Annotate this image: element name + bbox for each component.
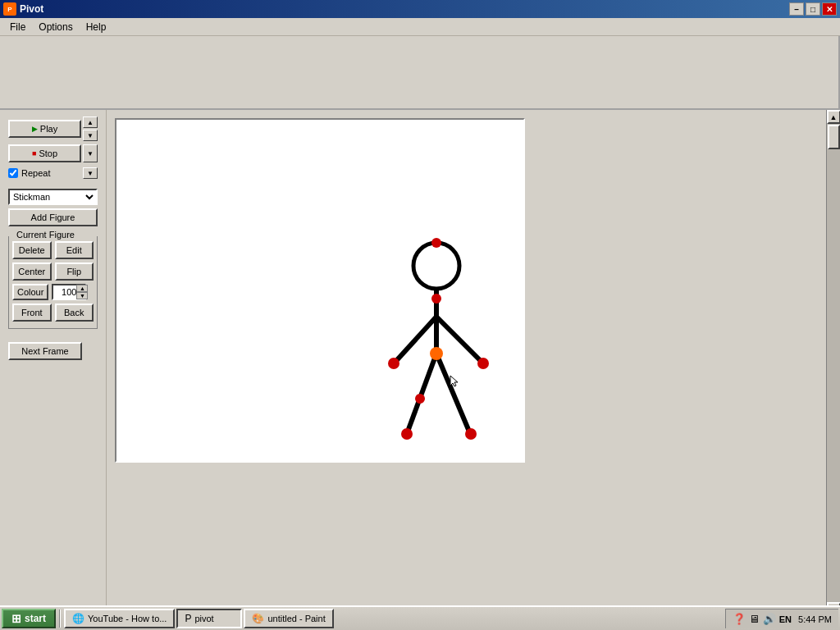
svg-point-8: [430, 347, 443, 360]
stop-button[interactable]: ■ Stop: [8, 144, 81, 162]
svg-line-3: [436, 317, 482, 362]
stop-row: ■ Stop ▼: [8, 144, 98, 162]
windows-logo: ⊞: [11, 612, 21, 625]
scrollbar-thumb[interactable]: [828, 125, 840, 149]
minimize-button[interactable]: –: [789, 2, 804, 16]
center-flip-row: Center Flip: [12, 262, 94, 281]
left-panel: ▶ Play ▲ ▼ ■ Stop ▼: [0, 110, 107, 630]
pivot-label: pivot: [194, 614, 213, 623]
timeline-panel: [0, 36, 840, 110]
title-bar-left: P Pivot: [3, 2, 43, 16]
colour-number[interactable]: [53, 287, 76, 297]
svg-point-7: [431, 294, 441, 304]
ie-icon: 🌐: [72, 613, 84, 624]
repeat-checkbox[interactable]: [8, 168, 18, 178]
cursor: [449, 374, 459, 387]
title-text: Pivot: [20, 3, 43, 15]
canvas-area: [107, 110, 826, 616]
colour-spinners: ▲ ▼: [76, 285, 88, 299]
svg-point-13: [415, 394, 425, 404]
title-bar: P Pivot – □ ✕: [0, 0, 840, 18]
scroll-down-btn[interactable]: ▼: [83, 130, 98, 141]
delete-button[interactable]: Delete: [12, 241, 52, 259]
svg-point-9: [388, 358, 399, 369]
paint-icon: 🎨: [252, 613, 264, 624]
start-label: start: [25, 613, 46, 624]
edit-button[interactable]: Edit: [55, 241, 94, 259]
menu-help[interactable]: Help: [80, 20, 113, 34]
svg-point-6: [431, 238, 441, 248]
paint-label: untitled - Paint: [267, 614, 325, 623]
scrollbar-track[interactable]: [827, 124, 841, 602]
play-scroll: ▲ ▼: [83, 116, 98, 141]
repeat-scroll[interactable]: ▼: [83, 167, 98, 179]
svg-point-12: [465, 428, 477, 440]
taskbar-paint[interactable]: 🎨 untitled - Paint: [244, 609, 333, 628]
start-button[interactable]: ⊞ start: [2, 609, 56, 628]
drawing-canvas[interactable]: [115, 118, 525, 463]
youtube-label: YouTube - How to...: [88, 614, 167, 623]
flip-button[interactable]: Flip: [55, 262, 94, 281]
taskbar-pivot[interactable]: P pivot: [176, 609, 242, 628]
question-icon: ❓: [733, 613, 746, 625]
repeat-row: Repeat ▼: [8, 167, 98, 179]
stop-scroll[interactable]: ▼: [83, 144, 98, 162]
menu-bar: File Options Help: [0, 18, 840, 36]
next-frame-button[interactable]: Next Frame: [8, 342, 82, 360]
add-figure-button[interactable]: Add Figure: [8, 208, 98, 226]
svg-point-10: [477, 358, 489, 369]
play-stop-row: ▶ Play ▲ ▼: [8, 116, 98, 141]
scroll-up-button[interactable]: ▲: [827, 110, 841, 124]
figure-dropdown[interactable]: Stickman: [8, 189, 98, 205]
volume-icon: 🔊: [763, 613, 776, 625]
stickman-svg: [116, 120, 525, 463]
taskbar: ⊞ start 🌐 YouTube - How to... P pivot 🎨 …: [0, 605, 840, 630]
figure-select-row: Stickman: [8, 189, 98, 205]
front-back-row: Front Back: [12, 304, 94, 322]
taskbar-tray: ❓ 🖥 🔊 EN 5:44 PM: [725, 609, 838, 628]
content-area: ▶ Play ▲ ▼ ■ Stop ▼: [0, 110, 840, 630]
menu-options[interactable]: Options: [32, 20, 79, 34]
lang-icon: EN: [779, 614, 792, 624]
close-button[interactable]: ✕: [822, 2, 837, 16]
application-window: P Pivot – □ ✕ File Options Help ▶ Play: [0, 0, 840, 630]
colour-spin-down[interactable]: ▼: [76, 292, 88, 299]
menu-file[interactable]: File: [3, 20, 32, 34]
colour-value-input[interactable]: ▲ ▼: [52, 284, 86, 300]
right-scrollbar: ▲ ▼: [826, 110, 840, 616]
delete-edit-row: Delete Edit: [12, 241, 94, 259]
window-body: ▶ Play ▲ ▼ ■ Stop ▼: [0, 36, 840, 630]
network-icon: 🖥: [749, 613, 760, 625]
scroll-up-btn[interactable]: ▲: [83, 116, 98, 128]
svg-point-0: [413, 243, 459, 289]
app-icon: P: [3, 2, 16, 16]
svg-line-4: [408, 354, 436, 431]
svg-point-11: [401, 428, 413, 440]
center-button[interactable]: Center: [12, 262, 52, 281]
play-icon: ▶: [32, 125, 38, 133]
maximize-button[interactable]: □: [806, 2, 820, 16]
taskbar-separator: [59, 609, 61, 628]
front-button[interactable]: Front: [12, 304, 52, 322]
stop-icon: ■: [32, 149, 36, 158]
colour-spin-up[interactable]: ▲: [76, 285, 88, 292]
cursor-svg: [449, 374, 459, 387]
canvas-and-scrollbar: ▲ ▼: [107, 110, 840, 616]
colour-button[interactable]: Colour: [12, 284, 48, 300]
back-button[interactable]: Back: [55, 304, 94, 322]
colour-row: Colour ▲ ▼: [12, 284, 94, 300]
current-figure-group: Current Figure Delete Edit Center: [8, 236, 98, 329]
pivot-icon: P: [185, 613, 191, 624]
play-button[interactable]: ▶ Play: [8, 120, 81, 138]
center-and-right: ▲ ▼ ◄ ►: [107, 110, 840, 630]
clock: 5:44 PM: [798, 614, 832, 624]
taskbar-youtube[interactable]: 🌐 YouTube - How to...: [64, 609, 175, 628]
current-figure-label: Current Figure: [14, 230, 77, 240]
svg-line-5: [436, 354, 469, 431]
repeat-label: Repeat: [21, 168, 50, 178]
title-controls: – □ ✕: [789, 2, 837, 16]
